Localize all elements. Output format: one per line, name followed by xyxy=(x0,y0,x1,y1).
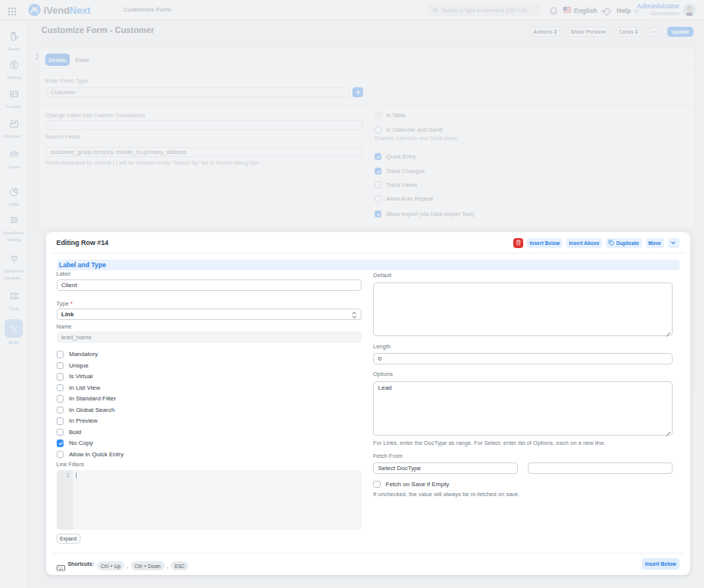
user-menu[interactable]: Administrator Administrator xyxy=(637,2,679,16)
fetch-doctype-select[interactable]: Select DocType xyxy=(373,462,518,474)
language-dropdown[interactable]: English xyxy=(574,7,604,15)
checkbox-row-in-standard-filter[interactable]: In Standard Filter xyxy=(57,395,362,403)
notifications-bell-icon[interactable] xyxy=(549,5,558,15)
insert-above-button[interactable]: Insert Above xyxy=(566,238,602,248)
checkbox[interactable] xyxy=(375,112,381,119)
checkbox-row-is-calendar-and-gantt[interactable]: Is Calendar and Gantt xyxy=(375,126,442,133)
sidebar-item-retail[interactable]: Retail xyxy=(0,31,28,53)
tab-details[interactable]: Details xyxy=(45,54,70,66)
checkbox[interactable] xyxy=(57,451,64,459)
fetch-field-input[interactable] xyxy=(528,462,673,474)
collapse-row-button[interactable] xyxy=(668,238,679,248)
enter-form-type-input[interactable]: Customer xyxy=(46,87,350,97)
sidebar-item-label: Users xyxy=(0,164,28,171)
field-label: Enter Form Type xyxy=(45,77,88,84)
checkbox-row-allow-in-quick-entry[interactable]: Allow in Quick Entry xyxy=(57,451,362,459)
options-textarea[interactable]: Lead xyxy=(373,381,673,436)
breadcrumb[interactable]: Customize Form xyxy=(123,6,172,13)
checkbox-row-in-preview[interactable]: In Preview xyxy=(57,417,362,425)
avatar[interactable] xyxy=(683,4,696,16)
checkbox-row-bold[interactable]: Bold xyxy=(57,429,362,436)
checkbox-label: No Copy xyxy=(69,439,93,446)
checkbox[interactable] xyxy=(57,395,64,403)
field-help: Enables Calendar and Gantt views. xyxy=(375,136,459,141)
tab-form[interactable]: Form xyxy=(72,54,93,66)
actions-button[interactable]: Actions xyxy=(530,27,560,37)
checkbox-row-allow-auto-repeat[interactable]: Allow Auto Repeat xyxy=(375,195,433,202)
checkbox-row-track-views[interactable]: Track Views xyxy=(375,181,417,188)
sidebar-item-label: Build xyxy=(0,339,28,346)
sidebar-item-ivendnext[interactable]: iVendNext Setting xyxy=(0,214,28,243)
help-dropdown[interactable]: Help xyxy=(617,7,637,15)
link-filters-editor[interactable]: 1 xyxy=(57,470,362,530)
checkbox-row-allow-import-via-data-import-tool[interactable]: Allow Import (via Data Import Tool) xyxy=(375,211,474,217)
cards-button[interactable]: Cards xyxy=(616,27,641,37)
duplicate-icon xyxy=(608,240,614,246)
sidebar-item-loyalty[interactable]: Loyalty xyxy=(0,88,28,110)
checkbox[interactable] xyxy=(375,195,381,202)
checkbox[interactable] xyxy=(375,211,381,217)
delete-row-button[interactable] xyxy=(513,238,523,248)
resize-grip-icon[interactable] xyxy=(666,429,670,433)
button-label: Cards xyxy=(619,29,634,34)
checkbox[interactable] xyxy=(57,362,64,370)
checkbox[interactable] xyxy=(375,168,381,175)
textarea-value: Lead xyxy=(378,384,392,391)
sidebar-item-selling[interactable]: Selling xyxy=(0,59,28,81)
update-button[interactable]: Update xyxy=(667,27,693,37)
show-preview-button[interactable]: Show Preview xyxy=(568,27,609,37)
footer-insert-below-button[interactable]: Insert Below xyxy=(642,558,679,570)
checkbox-row-quick-entry[interactable]: Quick Entry xyxy=(375,153,416,160)
change-label-input[interactable] xyxy=(46,120,363,130)
insert-below-button[interactable]: Insert Below xyxy=(527,238,562,248)
checkbox[interactable] xyxy=(373,481,381,488)
new-form-button[interactable] xyxy=(352,87,363,97)
search-input[interactable]: Search or type a command (Ctrl + G) xyxy=(427,4,541,16)
property-checkboxes: MandatoryUniqueIs VirtualIn List ViewIn … xyxy=(57,351,362,458)
checkbox[interactable] xyxy=(57,373,64,381)
checkbox[interactable] xyxy=(57,384,64,392)
modal-actions: Insert Below Insert Above Duplicate Move xyxy=(513,238,679,248)
checkbox-row-unique[interactable]: Unique xyxy=(57,362,362,370)
checkbox[interactable] xyxy=(57,429,64,436)
default-textarea[interactable] xyxy=(373,283,673,336)
page-toolbar: Actions Show Preview Cards ··· Update xyxy=(530,27,693,37)
input-value: 0 xyxy=(378,355,381,362)
checkbox[interactable] xyxy=(57,407,64,414)
checkbox-row-is-table[interactable]: Is Table xyxy=(375,112,406,119)
name-input: lead_name xyxy=(57,332,362,343)
length-input[interactable]: 0 xyxy=(373,353,673,364)
modal-right-column: Default Length 0 Options Lead For Links,… xyxy=(373,270,679,544)
more-menu-button[interactable]: ··· xyxy=(649,27,660,37)
sidebar-item-users[interactable]: Users xyxy=(0,149,28,171)
fetch-from-row: Select DocType xyxy=(373,462,673,474)
type-select[interactable]: Link xyxy=(57,309,362,320)
resize-grip-icon[interactable] xyxy=(666,329,670,334)
checkbox[interactable] xyxy=(375,181,381,188)
checkbox[interactable] xyxy=(57,439,64,447)
checkbox-row-is-virtual[interactable]: Is Virtual xyxy=(57,373,362,381)
checkbox[interactable] xyxy=(375,153,381,160)
label-input[interactable]: Client xyxy=(57,279,362,291)
checkbox[interactable] xyxy=(375,126,381,133)
search-fields-input[interactable]: customer_group,territory, mobile_no,prim… xyxy=(46,147,363,157)
apps-grid-icon[interactable] xyxy=(8,5,17,15)
checkbox-row-in-list-view[interactable]: In List View xyxy=(57,384,362,392)
sidebar-item-tools[interactable]: Tools xyxy=(0,290,28,312)
theme-palette-icon[interactable] xyxy=(603,5,611,14)
expand-button[interactable]: Expand xyxy=(57,534,80,544)
checkbox-row-fetch-on-save[interactable]: Fetch on Save if Empty xyxy=(373,481,673,488)
brand-logo[interactable]: iVendNext xyxy=(28,3,90,17)
sidebar-item-ivendnext[interactable]: iVendNext Integrati... xyxy=(0,253,28,282)
sidebar-item-build[interactable]: Build xyxy=(0,319,28,346)
checkbox-row-no-copy[interactable]: No Copy xyxy=(57,439,362,447)
checkbox[interactable] xyxy=(57,351,64,358)
sidebar-item-crm[interactable]: CRM xyxy=(0,186,28,208)
move-button[interactable]: Move xyxy=(646,238,664,248)
sidebar-item-manufac[interactable]: Manufac... xyxy=(0,118,28,140)
checkbox-row-mandatory[interactable]: Mandatory xyxy=(57,351,362,358)
duplicate-button[interactable]: Duplicate xyxy=(606,238,642,248)
checkbox-row-in-global-search[interactable]: In Global Search xyxy=(57,407,362,414)
checkbox-row-track-changes[interactable]: Track Changes xyxy=(375,168,425,175)
checkbox[interactable] xyxy=(57,417,64,425)
